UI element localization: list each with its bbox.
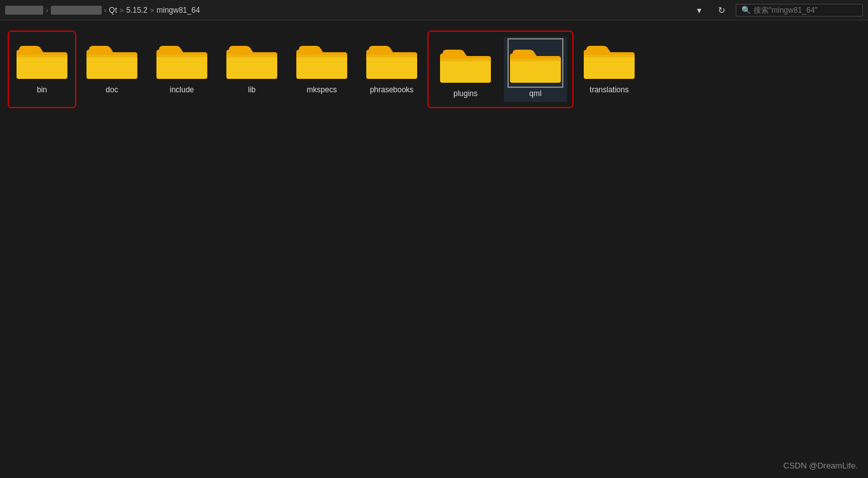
folder-item-qml[interactable]: qml	[504, 37, 567, 102]
folder-label-mkspecs: mkspecs	[307, 85, 336, 94]
folder-label-phrasebooks: phrasebooks	[370, 85, 414, 94]
folder-item-phrasebooks[interactable]: phrasebooks	[360, 33, 424, 106]
folder-item-lib[interactable]: lib	[220, 33, 284, 106]
titlebar-refresh-btn[interactable]: ↻	[713, 4, 731, 17]
folder-icon-include	[156, 37, 207, 81]
folder-group-plugins-qml: pluginsqml	[430, 33, 571, 106]
path-qt: Qt	[109, 6, 117, 15]
folder-icon-doc	[86, 37, 137, 81]
sep-4: >	[150, 6, 154, 14]
folder-icon-mkspecs	[296, 37, 347, 81]
folder-icon-lib	[226, 37, 277, 81]
folder-label-translations: translations	[589, 85, 628, 94]
folder-item-mkspecs[interactable]: mkspecs	[290, 33, 354, 106]
content-area: bindocincludelibmkspecsphrasebooksplugin…	[0, 20, 868, 118]
blurred-path-1	[5, 6, 43, 15]
path-folder: mingw81_64	[156, 6, 200, 15]
watermark: CSDN @DreamLife.	[783, 461, 858, 470]
sep-1: ›	[46, 6, 48, 14]
folder-item-translations[interactable]: translations	[577, 33, 641, 106]
folder-item-plugins[interactable]: plugins	[434, 37, 497, 102]
folder-item-bin[interactable]: bin	[10, 33, 74, 106]
titlebar: › › Qt > 5.15.2 > mingw81_64 ▾ ↻ 🔍	[0, 0, 868, 20]
search-box[interactable]: 🔍	[736, 4, 863, 17]
folder-icon-phrasebooks	[366, 37, 417, 81]
search-input[interactable]	[754, 6, 857, 15]
sep-3: >	[120, 6, 123, 14]
path-version: 5.15.2	[126, 6, 147, 15]
folder-label-lib: lib	[248, 85, 256, 94]
folder-label-include: include	[170, 85, 194, 94]
folder-icon-plugins	[440, 41, 491, 85]
folder-label-qml: qml	[529, 89, 541, 98]
folder-item-include[interactable]: include	[150, 33, 214, 106]
folder-label-plugins: plugins	[453, 89, 478, 98]
titlebar-breadcrumb: › › Qt > 5.15.2 > mingw81_64	[5, 6, 685, 15]
folder-label-doc: doc	[106, 85, 118, 94]
search-icon: 🔍	[741, 6, 751, 15]
sep-2: ›	[104, 6, 107, 14]
titlebar-dropdown-btn[interactable]: ▾	[690, 4, 708, 17]
blurred-path-2	[51, 6, 102, 15]
folder-label-bin: bin	[37, 85, 47, 94]
folder-icon-qml	[510, 41, 561, 85]
folder-item-doc[interactable]: doc	[80, 33, 144, 106]
folder-icon-translations	[584, 37, 635, 81]
folder-icon-bin	[17, 37, 67, 81]
